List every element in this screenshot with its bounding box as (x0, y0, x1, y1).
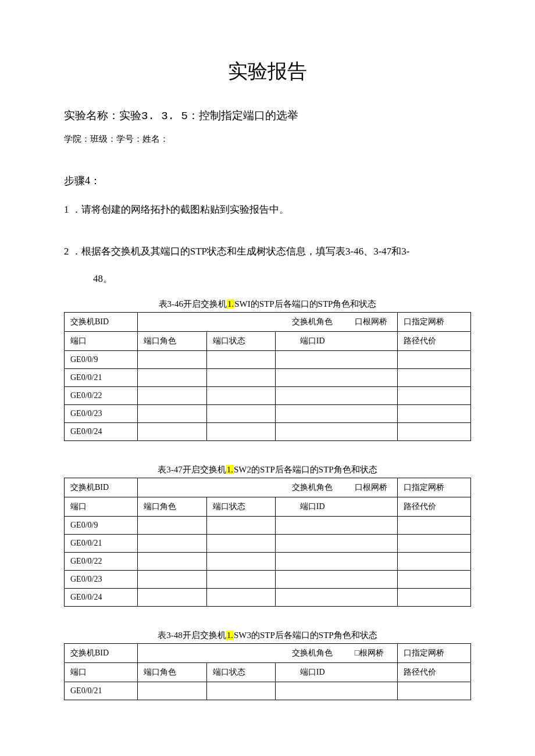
item-1-num: 1 (64, 204, 69, 215)
cell-root-bridge: 口根网桥 (349, 478, 398, 497)
cell-blank (276, 682, 349, 700)
cell-port-role-label: 端口角色 (137, 331, 206, 350)
cell-blank (137, 386, 206, 404)
table-row: GE0/0/23 (65, 570, 471, 588)
cap3-a: 表3-48开启交换机 (158, 630, 226, 640)
cell-blank (137, 312, 206, 331)
cell-blank (137, 588, 206, 606)
cell-port: GE0/0/9 (65, 516, 138, 534)
cell-port-role-label: 端口角色 (137, 662, 206, 682)
cell-bid-label: 交换机BID (65, 478, 138, 497)
table-2: 交换机BID 交换机角色 口根网桥 口指定网桥 端口 端口角色 端口状态 端口I… (64, 478, 471, 607)
cell-port-label: 端口 (65, 331, 138, 350)
cell-desig-bridge: 口指定网桥 (398, 643, 471, 662)
cell-blank (349, 386, 398, 404)
cell-blank (206, 404, 276, 422)
cell-role-label: 交换机角色 (276, 312, 349, 331)
cell-blank (349, 588, 398, 606)
cell-port-state-label: 端口状态 (206, 497, 276, 516)
table-row: 交换机BID 交换机角色 口根网桥 口指定网桥 (65, 312, 471, 331)
cell-port-state-label: 端口状态 (206, 662, 276, 682)
table-row: 端口 端口角色 端口状态 端口ID 路径代价 (65, 662, 471, 682)
cell-blank (137, 552, 206, 570)
cell-port: GE0/0/21 (65, 682, 138, 700)
cell-desig-bridge: 口指定网桥 (398, 312, 471, 331)
cell-blank (137, 404, 206, 422)
cell-blank (349, 350, 398, 368)
table-row: GE0/0/21 (65, 682, 471, 700)
item-2-text: ．根据各交换机及其端口的STP状态和生成树状态信息，填写表3-46、3-47和3… (69, 246, 410, 257)
cell-port: GE0/0/22 (65, 386, 138, 404)
cell-port: GE0/0/21 (65, 368, 138, 386)
exp-prefix: 实验 (119, 109, 141, 121)
cell-blank (206, 643, 276, 662)
cell-bid-label: 交换机BID (65, 312, 138, 331)
cell-port-id-label: 端口ID (276, 331, 349, 350)
cell-port-id-label: 端口ID (276, 497, 349, 516)
cell-blank (398, 404, 471, 422)
cell-blank (349, 682, 398, 700)
cell-bid-label: 交换机BID (65, 643, 138, 662)
cell-root-bridge: □根网桥 (349, 643, 398, 662)
cell-port: GE0/0/24 (65, 422, 138, 440)
table-row: 端口 端口角色 端口状态 端口ID 路径代价 (65, 497, 471, 516)
cap2-highlight: 1. (226, 465, 234, 474)
table-row: 交换机BID 交换机角色 □根网桥 口指定网桥 (65, 643, 471, 662)
table-1: 交换机BID 交换机角色 口根网桥 口指定网桥 端口 端口角色 端口状态 端口I… (64, 312, 471, 441)
table-row: GE0/0/24 (65, 588, 471, 606)
cell-port: GE0/0/9 (65, 350, 138, 368)
table-row: GE0/0/24 (65, 422, 471, 440)
cell-blank (137, 350, 206, 368)
cell-role-label: 交换机角色 (276, 478, 349, 497)
cell-port-label: 端口 (65, 662, 138, 682)
item-2-num: 2 (64, 246, 69, 257)
table-row: 端口 端口角色 端口状态 端口ID 路径代价 (65, 331, 471, 350)
cell-port: GE0/0/24 (65, 588, 138, 606)
cell-blank (137, 368, 206, 386)
cell-port-state-label: 端口状态 (206, 331, 276, 350)
exp-title: 控制指定端口的选举 (199, 109, 298, 121)
cell-blank (349, 534, 398, 552)
cell-cost-label: 路径代价 (398, 331, 471, 350)
exp-label: 实验名称： (64, 109, 119, 121)
cell-blank (398, 422, 471, 440)
cell-blank (276, 552, 349, 570)
cell-role-label: 交换机角色 (276, 643, 349, 662)
cell-blank (206, 570, 276, 588)
cell-blank (398, 682, 471, 700)
table-3-caption: 表3-48开启交换机1.SW3的STP后各端口的STP角色和状态 (64, 630, 471, 641)
cell-blank (276, 404, 349, 422)
cell-blank (349, 404, 398, 422)
cell-blank (398, 386, 471, 404)
cell-root-bridge: 口根网桥 (349, 312, 398, 331)
cell-blank (206, 534, 276, 552)
cell-port: GE0/0/23 (65, 404, 138, 422)
item-1-text: ．请将创建的网络拓扑的截图粘贴到实验报告中。 (69, 204, 289, 215)
cell-blank (137, 570, 206, 588)
cell-blank (349, 662, 398, 682)
cell-blank (398, 516, 471, 534)
cell-blank (276, 534, 349, 552)
cell-blank (276, 570, 349, 588)
table-row: 交换机BID 交换机角色 口根网桥 口指定网桥 (65, 478, 471, 497)
cap2-b: SW2的STP后各端口的STP角色和状态 (234, 465, 377, 474)
cell-blank (349, 497, 398, 516)
cell-blank (349, 331, 398, 350)
cell-blank (349, 516, 398, 534)
table-row: GE0/0/21 (65, 368, 471, 386)
cell-blank (206, 422, 276, 440)
cell-blank (349, 552, 398, 570)
table-3: 交换机BID 交换机角色 □根网桥 口指定网桥 端口 端口角色 端口状态 端口I… (64, 643, 471, 700)
cell-blank (398, 368, 471, 386)
cell-blank (206, 368, 276, 386)
table-row: GE0/0/9 (65, 350, 471, 368)
cell-blank (398, 534, 471, 552)
cell-port-role-label: 端口角色 (137, 497, 206, 516)
table-row: GE0/0/21 (65, 534, 471, 552)
cell-blank (276, 516, 349, 534)
cell-blank (276, 368, 349, 386)
table-row: GE0/0/9 (65, 516, 471, 534)
experiment-name: 实验名称：实验3. 3. 5：控制指定端口的选举 (64, 108, 471, 123)
table-1-caption: 表3-46开启交换机1.SWI的STP后各端口的STP角色和状态 (64, 299, 471, 310)
cell-blank (206, 312, 276, 331)
